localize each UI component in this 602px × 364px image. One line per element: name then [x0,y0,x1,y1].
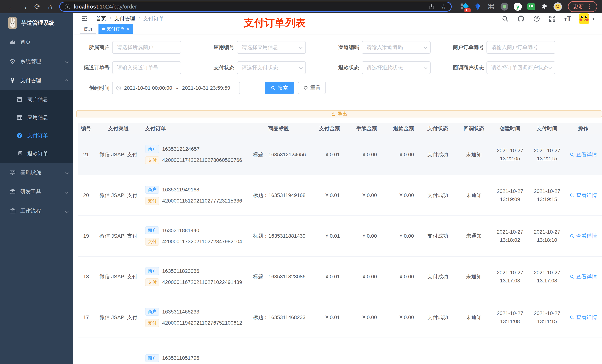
cell-id: 21 [78,152,94,157]
cell-id: 19 [78,233,94,239]
breadcrumb-pay[interactable]: 支付管理 [114,15,135,22]
tab-pay-order[interactable]: 支付订单 × [98,24,133,34]
browser-menu-icon[interactable]: ⋮ [587,3,592,10]
cell-channel: 微信 JSAPI 支付 [94,192,142,199]
magnifier-icon [570,315,574,320]
cell-title: 标题：1635311881439 [246,232,311,239]
sidebar-item-refund-order[interactable]: 退款订单 [0,145,73,163]
app-no-select[interactable] [237,41,306,54]
filter-create-time: 创建时间 2021-10-01 00:00:00 - 2021-10-31 23… [77,82,240,94]
sidebar-item-workflow[interactable]: 工作流程 [0,201,73,220]
browser-toolbar: ← → ⟳ ⌂ i localhost :1024/pay/order ☆ 10… [0,0,602,13]
cell-amount: ¥ 0.01 [311,314,344,320]
share-icon[interactable] [429,4,434,10]
cell-notify-status: 未通知 [457,314,491,321]
pay-status-select[interactable] [237,62,306,74]
reload-icon[interactable]: ⟳ [31,3,44,10]
pay-order-no: 4200001173202110272847982104 [162,239,242,245]
breadcrumb-home[interactable]: 首页 [96,15,106,22]
col-notify-status: 回调状态 [457,125,491,132]
avatar-caret-icon[interactable]: ▾ [592,16,595,21]
extension-kite-icon[interactable] [473,2,482,11]
cell-pay-time: 2021-10-2713:18:10 [529,228,565,244]
cell-refund: ¥ 0.00 [381,314,418,320]
sidebar-item-pay-order[interactable]: 支付订单 [0,126,73,145]
channel-code-select[interactable] [362,41,430,54]
merchant-tag: 商户 [145,226,159,234]
extension-chat-icon[interactable] [527,2,535,11]
pay-tag: 支付 [145,156,159,164]
extension-camera-icon[interactable] [500,2,509,11]
search-button[interactable]: 搜索 [265,82,294,94]
tab-home[interactable]: 首页 [80,24,96,34]
merchant-tag: 商户 [145,267,159,275]
forward-icon[interactable]: → [18,3,31,10]
cell-pay-order: 商户1635311468233 支付4200001194202110276752… [142,308,246,327]
extension-y-icon[interactable]: y [514,2,522,11]
github-icon[interactable] [517,15,525,22]
help-icon[interactable] [533,15,540,22]
bookmark-star-icon[interactable]: ☆ [441,4,446,10]
download-icon [331,112,335,116]
cell-channel: 微信 JSAPI 支付 [94,314,142,321]
date-range-picker[interactable]: 2021-10-01 00:00:00 - 2021-10-31 23:59:5… [112,82,240,94]
pay-tag: 支付 [145,319,159,327]
site-info-icon[interactable]: i [65,4,70,10]
cell-fee: ¥ 0.00 [344,152,381,157]
filter-refund-status: 退款状态 [327,62,430,74]
back-icon[interactable]: ← [5,3,18,10]
sidebar-item-label: 支付管理 [20,77,41,84]
sidebar-item-system[interactable]: ⚙ 系统管理 [0,52,73,71]
home-icon[interactable]: ⌂ [44,3,57,10]
pay-order-no: 4200001167202110271022491439 [162,279,242,285]
active-dot [102,28,105,30]
logo-rabbit-image [8,17,17,29]
reset-button[interactable]: 重置 [298,82,326,94]
address-bar[interactable]: i localhost :1024/pay/order ☆ [59,2,452,12]
browser-update-button[interactable]: 更新 ⋮ [568,1,597,12]
field-label: 应用编号 [202,44,237,51]
merchant-input[interactable] [112,41,181,54]
sidebar-item-infra[interactable]: 基础设施 [0,163,73,182]
extensions-puzzle-icon[interactable] [540,2,549,11]
extension-diamond-icon[interactable]: 10 [460,2,469,11]
chevron-down-icon [424,66,427,70]
channel-order-no-input[interactable] [112,62,181,74]
profile-avatar-icon[interactable] [553,2,562,11]
sidebar-item-pay[interactable]: ¥ 支付管理 [0,71,73,90]
sidebar-item-app-info[interactable]: 应用信息 [0,108,73,126]
menu-fold-icon[interactable] [81,15,89,22]
sidebar-item-home[interactable]: 首页 [0,32,73,52]
fullscreen-icon[interactable] [549,15,556,22]
view-detail-link[interactable]: 查看详情 [565,151,602,158]
pay-submenu: 商户信息 应用信息 支付订单 退款订单 [0,90,73,163]
sidebar-item-merchant-info[interactable]: 商户信息 [0,90,73,108]
font-size-icon[interactable]: TT [564,15,571,23]
user-avatar[interactable] [579,13,589,24]
view-detail-link[interactable]: 查看详情 [565,192,602,199]
search-icon[interactable] [502,15,509,22]
merchant-tag: 商户 [145,145,159,153]
sidebar-logo[interactable]: 芋道管理系统 [0,13,73,32]
view-detail-link[interactable]: 查看详情 [565,232,602,239]
notify-status-select[interactable] [486,62,555,74]
cell-pay-time: 2021-10-2713:17:08 [529,269,565,285]
close-icon[interactable]: × [127,26,129,31]
pay-tag: 支付 [145,238,159,246]
chevron-down-icon [424,46,427,49]
merchant-tag: 商户 [145,308,159,316]
merchant-order-no-input[interactable] [486,41,555,54]
table-row: 18 微信 JSAPI 支付 商户1635311823086 支付4200001… [78,257,602,297]
export-button[interactable]: 导出 [76,110,602,117]
refund-status-select[interactable] [362,62,430,74]
sidebar: 芋道管理系统 首页 ⚙ 系统管理 ¥ 支付管理 商户信息 [0,13,73,364]
view-detail-link[interactable]: 查看详情 [565,273,602,280]
view-detail-link[interactable]: 查看详情 [565,314,602,321]
sidebar-item-devtools[interactable]: 研发工具 [0,182,73,201]
cell-id: 20 [78,192,94,198]
tab-label: 支付订单 [107,26,124,32]
filter-app-no: 应用编号 [202,41,306,54]
extension-command-icon[interactable]: ⌘ [487,2,495,11]
gear-icon: ⚙ [9,58,17,65]
cell-refund: ¥ 0.00 [381,152,418,157]
